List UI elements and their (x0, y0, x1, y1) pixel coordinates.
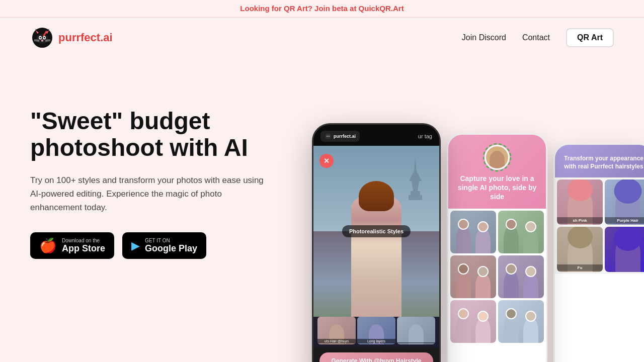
couple-photo-1[interactable] (450, 211, 496, 253)
join-discord-link[interactable]: Join Discord (462, 33, 506, 42)
hair-header-text: Transform your appearance with real Purr… (562, 155, 644, 170)
generate-button[interactable]: Generate With @huyn Hairstyle (319, 352, 433, 362)
hero-text: "Sweet" budget photoshoot with AI Try on… (30, 78, 282, 259)
hair-label-2: Purple Hair (605, 217, 644, 224)
svg-point-1 (36, 34, 48, 44)
svg-point-19 (327, 136, 328, 137)
photorealistic-label: Photorealistic Styles (342, 225, 411, 237)
app-name-label: purrfect.ai (334, 134, 356, 139)
eiffel-tower-decoration (407, 156, 424, 206)
svg-point-8 (40, 37, 41, 39)
logo: purrfect.ai (30, 26, 113, 50)
hair-grid: sh Pink Purple Hair Fu (555, 177, 644, 274)
phone-bottom-section: Generate With @huyn Hairstyle Select Sty… (313, 347, 439, 362)
svg-point-24 (484, 144, 511, 171)
google-play-button[interactable]: ▶ GET IT ON Google Play (122, 232, 206, 259)
hair-label-3: Fu (557, 264, 603, 271)
phone-photo-area: ✕ Photorealistic Styles (313, 146, 439, 317)
thumbnail-2[interactable]: Long layers (357, 317, 395, 344)
hair-header: Transform your appearance with real Purr… (555, 145, 644, 177)
couple-photo-4[interactable] (498, 255, 544, 298)
thumbnail-1[interactable]: uts Hair @huyn (317, 317, 356, 344)
person-silhouette (351, 196, 401, 317)
svg-point-10 (41, 40, 43, 41)
phone-top-bar: purrfect.ai ur tag (313, 125, 439, 146)
svg-point-16 (325, 133, 331, 139)
svg-point-20 (329, 136, 329, 137)
hair-photo-4[interactable] (605, 227, 644, 272)
thumbnail-row: uts Hair @huyn Long layers (313, 317, 439, 347)
navigation: purrfect.ai Join Discord Contact QR Art (0, 18, 644, 58)
banner-link[interactable]: Looking for QR Art? Join beta at QuickQR… (240, 4, 404, 13)
phone-couple: Capture your love in a single AI photo, … (447, 133, 547, 362)
logo-text: purrfect.ai (58, 31, 113, 44)
svg-rect-22 (411, 191, 420, 195)
couple-grid (448, 209, 546, 345)
thumb-label-2: Long layers (357, 339, 395, 343)
logo-icon (30, 26, 54, 50)
thumb-label-1: uts Hair @huyn (317, 339, 356, 343)
couple-header-text: Capture your love in a single AI photo, … (455, 174, 539, 202)
svg-point-9 (44, 37, 45, 39)
couple-photo-6[interactable] (498, 300, 544, 343)
contact-link[interactable]: Contact (522, 33, 550, 42)
small-cat-icon (325, 133, 332, 140)
selection-circle (482, 142, 512, 172)
hero-subtitle: Try on 100+ styles and transform your ph… (30, 173, 272, 215)
hair-photo-3[interactable]: Fu (557, 227, 603, 272)
hero-title: "Sweet" budget photoshoot with AI (30, 108, 282, 161)
phone-hair: Transform your appearance with real Purr… (553, 143, 644, 362)
couple-header: Capture your love in a single AI photo, … (448, 135, 546, 209)
app-store-button[interactable]: 🍎 Download on the App Store (30, 232, 114, 259)
google-play-icon: ▶ (131, 239, 140, 252)
phone-main-screen: purrfect.ai ur tag (313, 125, 439, 362)
hair-photo-1[interactable]: sh Pink (557, 179, 603, 225)
thumbnail-3[interactable] (397, 317, 435, 344)
hair-label-1: sh Pink (557, 217, 603, 224)
nav-links: Join Discord Contact QR Art (462, 28, 614, 47)
couple-photo-3[interactable] (450, 255, 496, 298)
hair-photo-2[interactable]: Purple Hair (605, 179, 644, 225)
couple-photo-5[interactable] (450, 300, 496, 343)
qr-art-button[interactable]: QR Art (566, 28, 614, 47)
store-buttons: 🍎 Download on the App Store ▶ GET IT ON … (30, 232, 282, 259)
app-store-text: Download on the App Store (62, 238, 105, 254)
hero-section: "Sweet" budget photoshoot with AI Try on… (0, 58, 644, 259)
couple-photo-2[interactable] (498, 211, 544, 253)
svg-rect-23 (409, 195, 422, 200)
phones-container: purrfect.ai ur tag (312, 123, 644, 362)
app-logo-small: purrfect.ai (320, 131, 360, 142)
close-button[interactable]: ✕ (319, 154, 334, 168)
apple-icon: 🍎 (39, 237, 57, 254)
top-banner: Looking for QR Art? Join beta at QuickQR… (0, 0, 644, 18)
thumb-label-3 (397, 342, 435, 343)
phone-main: purrfect.ai ur tag (312, 123, 441, 362)
google-play-text: GET IT ON Google Play (145, 238, 197, 254)
tag-text: ur tag (418, 133, 432, 139)
svg-marker-21 (409, 157, 422, 191)
